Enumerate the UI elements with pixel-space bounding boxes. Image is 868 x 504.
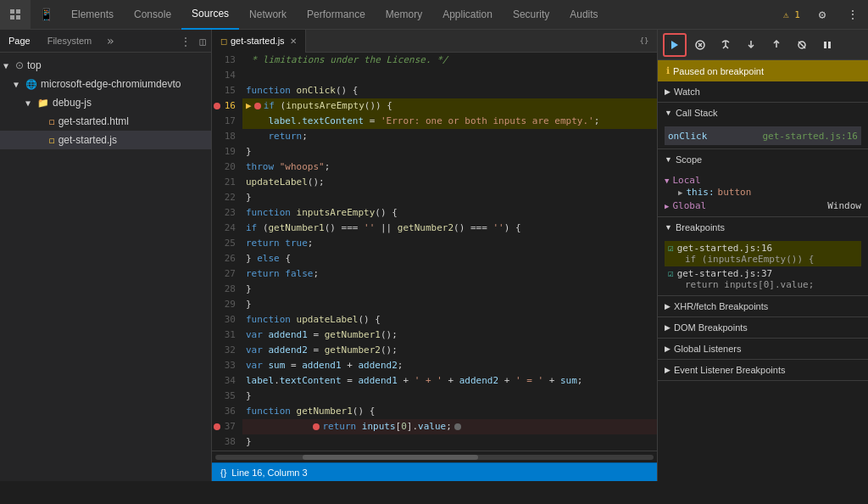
- scope-local-group: ▼ Local ▶ this: button: [665, 175, 861, 199]
- tree-item-js[interactable]: ▶ ◻ get-started.js: [0, 131, 211, 149]
- tab-performance[interactable]: Performance: [297, 0, 376, 30]
- bp-37-check[interactable]: ☑: [668, 268, 674, 279]
- tab-network[interactable]: Network: [239, 0, 297, 30]
- tree-item-top[interactable]: ▼ ⊙ top: [0, 56, 211, 75]
- code-23: function inputsAreEmpty() {: [242, 205, 657, 221]
- debug-step-into-btn[interactable]: [739, 33, 763, 57]
- more-icon[interactable]: ⋮: [837, 0, 868, 30]
- debug-step-over-btn[interactable]: [714, 33, 737, 57]
- code-24: if (getNumber1() === '' || getNumber2() …: [242, 221, 657, 236]
- scope-header[interactable]: ▼ Scope: [658, 149, 868, 170]
- paused-banner: ℹ Paused on breakpoint: [658, 60, 868, 81]
- debug-pause-btn[interactable]: [815, 33, 839, 57]
- event-arrow: ▶: [665, 366, 670, 374]
- event-label: Event Listener Breakpoints: [674, 365, 785, 375]
- line-31: 31: [212, 328, 236, 343]
- scope-global-label-row[interactable]: ▶ Global Window: [665, 200, 861, 211]
- scope-local-label[interactable]: ▼ Local: [665, 175, 861, 186]
- code-container[interactable]: 13 14 15 16 17 18 19 20 21 22 23 24 25 2…: [212, 53, 657, 451]
- sidebar-options-btn[interactable]: ⋮: [177, 30, 194, 53]
- right-sections: ▶ Watch ▼ Call Stack onClick get-started…: [658, 81, 868, 481]
- code-27: return false;: [242, 266, 657, 282]
- dom-section: ▶ DOM Breakpoints: [658, 317, 868, 339]
- svg-rect-10: [824, 42, 826, 48]
- line-29: 29: [212, 297, 236, 312]
- scope-arrow: ▼: [665, 155, 672, 164]
- sidebar-tab-page[interactable]: Page: [0, 30, 39, 52]
- tree-item-debug-folder[interactable]: ▼ 📁 debug-js: [0, 93, 211, 112]
- line-24: 24: [212, 221, 236, 236]
- svg-rect-2: [10, 15, 14, 20]
- xhr-label: XHR/fetch Breakpoints: [674, 301, 768, 311]
- sidebar-tab-filesystem[interactable]: Filesystem: [39, 30, 101, 52]
- debug-step-out-btn[interactable]: [765, 33, 788, 57]
- debug-deactivate-btn[interactable]: [790, 33, 814, 57]
- watch-header[interactable]: ▶ Watch: [658, 81, 868, 102]
- tab-application[interactable]: Application: [432, 0, 503, 30]
- debug-pause-exceptions-btn[interactable]: [688, 33, 712, 57]
- tab-sources[interactable]: Sources: [181, 0, 239, 30]
- call-stack-item-onclick[interactable]: onClick get-started.js:16: [665, 126, 861, 145]
- xhr-header[interactable]: ▶ XHR/fetch Breakpoints: [658, 296, 868, 316]
- tree-arrow-debug: ▼: [25, 98, 37, 108]
- editor-tab-js[interactable]: ◻ get-started.js ✕: [212, 30, 306, 53]
- code-22: }: [242, 190, 657, 205]
- breakpoints-header[interactable]: ▼ Breakpoints: [658, 217, 868, 238]
- scope-global-group: ▶ Global Window: [665, 200, 861, 211]
- bp-item-16[interactable]: ☑ get-started.js:16 if (inputsAreEmpty()…: [665, 241, 861, 266]
- tab-memory[interactable]: Memory: [376, 0, 432, 30]
- sidebar-tab-bar: Page Filesystem » ⋮ ◫: [0, 30, 211, 53]
- call-stack-label: Call Stack: [676, 108, 718, 118]
- horizontal-scrollbar[interactable]: [212, 451, 657, 462]
- line-36: 36: [212, 404, 236, 419]
- device-icon[interactable]: 📱: [31, 0, 61, 30]
- tab-audits[interactable]: Audits: [559, 0, 608, 30]
- line-18: 18: [212, 129, 236, 144]
- format-btn[interactable]: {}: [635, 31, 654, 50]
- event-header[interactable]: ▶ Event Listener Breakpoints: [658, 360, 868, 380]
- sidebar-tab-more[interactable]: »: [100, 30, 120, 52]
- global-label: Global Listeners: [674, 344, 742, 354]
- watch-label: Watch: [674, 87, 700, 97]
- tab-elements[interactable]: Elements: [61, 0, 124, 30]
- line-27: 27: [212, 266, 236, 282]
- code-19: }: [242, 144, 657, 160]
- xhr-section: ▶ XHR/fetch Breakpoints: [658, 296, 868, 317]
- code-editor[interactable]: * limitations under the License. */ func…: [242, 53, 657, 451]
- call-stack-header[interactable]: ▼ Call Stack: [658, 103, 868, 123]
- tree-item-html[interactable]: ▶ ◻ get-started.html: [0, 112, 211, 131]
- bp-16-check[interactable]: ☑: [668, 243, 674, 254]
- tab-security[interactable]: Security: [503, 0, 559, 30]
- editor-tab-label: get-started.js: [231, 36, 285, 46]
- scope-local-arrow: ▼: [665, 176, 669, 185]
- code-16: ▶ if (inputsAreEmpty()) {: [242, 98, 657, 114]
- line-13: 13: [212, 53, 236, 68]
- line-16: 16: [212, 98, 236, 114]
- call-stack-content: onClick get-started.js:16: [658, 123, 868, 148]
- code-26: } else {: [242, 251, 657, 266]
- line-20: 20: [212, 160, 236, 175]
- scrollbar-thumb[interactable]: [303, 455, 478, 460]
- scope-this-arrow: ▶: [678, 188, 682, 197]
- settings-icon[interactable]: ⚙: [807, 0, 837, 30]
- dom-header[interactable]: ▶ DOM Breakpoints: [658, 317, 868, 338]
- js-tab-icon: ◻: [220, 36, 227, 46]
- bp-37-marker: [214, 423, 220, 430]
- top-icon: ⊙: [15, 59, 24, 71]
- tree-label-html: get-started.html: [58, 115, 129, 127]
- line-21: 21: [212, 175, 236, 190]
- line-numbers: 13 14 15 16 17 18 19 20 21 22 23 24 25 2…: [212, 53, 242, 451]
- tree-item-domain[interactable]: ▼ 🌐 microsoft-edge-chromiumdevto: [0, 75, 211, 93]
- tab-console[interactable]: Console: [124, 0, 181, 30]
- editor-tab-close[interactable]: ✕: [290, 36, 297, 46]
- sidebar-collapse-btn[interactable]: ◫: [194, 30, 211, 53]
- global-header[interactable]: ▶ Global Listeners: [658, 339, 868, 359]
- bp-item-37[interactable]: ☑ get-started.js:37 return inputs[0].val…: [665, 266, 861, 292]
- bp-16-marker: [214, 103, 220, 109]
- code-29: }: [242, 297, 657, 312]
- debug-resume-btn[interactable]: [663, 33, 687, 57]
- call-stack-section: ▼ Call Stack onClick get-started.js:16: [658, 103, 868, 149]
- right-panel: ℹ Paused on breakpoint ▶ Watch ▼ Call St…: [657, 30, 868, 481]
- line-33: 33: [212, 358, 236, 373]
- file-tree: ▼ ⊙ top ▼ 🌐 microsoft-edge-chromiumdevto…: [0, 53, 211, 481]
